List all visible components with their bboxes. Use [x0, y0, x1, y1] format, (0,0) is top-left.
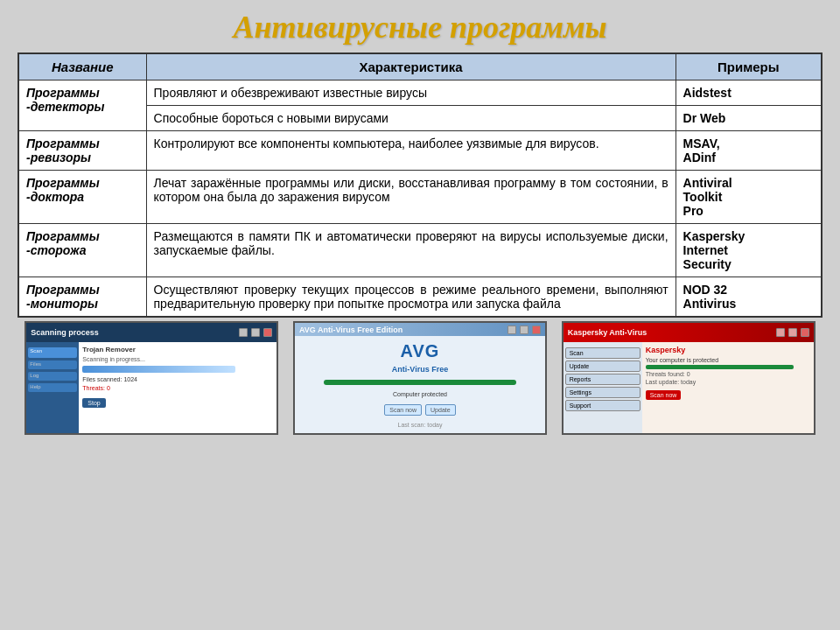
screenshot-avg: AVG Anti-Virus Free Edition AVG Anti-Vir… [293, 321, 547, 435]
row-char-revisors: Контролируют все компоненты компьютера, … [146, 131, 676, 171]
row-name-monitors: Программы-мониторы [18, 277, 146, 318]
table-row: Программы-доктора Лечат заражённые прогр… [18, 171, 822, 224]
table-row: Программы-ревизоры Контролируют все комп… [18, 131, 822, 171]
table-row: Программы-детекторы Проявляют и обезвреж… [18, 80, 822, 106]
header-name: Название [18, 53, 146, 80]
screenshot-loader: Scanning process Scan Files Log Help Tro… [24, 321, 278, 435]
row-example-monitors: NOD 32Antivirus [676, 277, 822, 318]
row-char-guards: Размещаются в памяти ПК и автоматически … [146, 224, 676, 277]
screenshot-kaspersky: Kaspersky Anti-Virus Scan Update Reports… [562, 321, 816, 435]
row-example-guards: KasperskyInternetSecurity [676, 224, 822, 277]
table-row: Программы-сторожа Размещаются в памяти П… [18, 224, 822, 277]
row-name-guards: Программы-сторожа [18, 224, 146, 277]
row-char-detectors-2: Способные бороться с новыми вирусами [146, 106, 676, 131]
row-name-revisors: Программы-ревизоры [18, 131, 146, 171]
row-name-doctors: Программы-доктора [18, 171, 146, 224]
row-char-detectors-1: Проявляют и обезвреживают известные виру… [146, 80, 676, 106]
row-example-doctors: AntiviralToolkitPro [676, 171, 822, 224]
row-char-doctors: Лечат заражённые программы или диски, во… [146, 171, 676, 224]
row-example-detectors-2: Dr Web [676, 106, 822, 131]
page-title: Антивирусные программы [233, 9, 606, 46]
avg-logo-text: AVG [401, 341, 440, 361]
table-row: Программы-мониторы Осуществляют проверку… [18, 277, 822, 318]
antivirus-table: Название Характеристика Примеры Программ… [18, 52, 822, 318]
row-name-detectors: Программы-детекторы [18, 80, 146, 131]
header-example: Примеры [676, 53, 822, 80]
screenshots-row: Scanning process Scan Files Log Help Tro… [18, 321, 822, 440]
row-char-monitors: Осуществляют проверку текущих процессов … [146, 277, 676, 318]
row-example-detectors-1: Aidstest [676, 80, 822, 106]
header-char: Характеристика [146, 53, 676, 80]
row-example-revisors: MSAV,ADinf [676, 131, 822, 171]
